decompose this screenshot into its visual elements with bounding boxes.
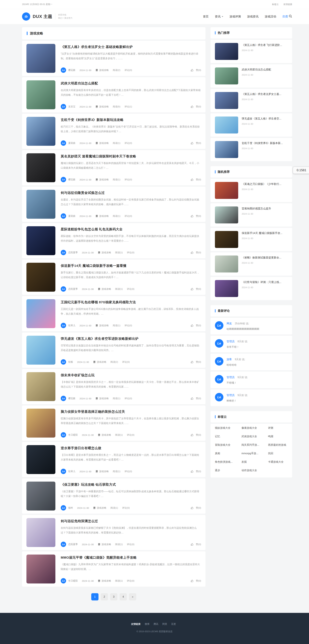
category-label[interactable]: 游戏攻略 bbox=[99, 214, 109, 218]
article-thumbnail[interactable] bbox=[27, 44, 55, 73]
article-title[interactable]: 玄机千变《剑侠世界3》新版本新玩法攻略 bbox=[61, 118, 201, 122]
author-avatar[interactable]: Le bbox=[61, 177, 66, 182]
page-button-»[interactable]: » bbox=[129, 593, 136, 600]
author-avatar[interactable]: Le bbox=[61, 505, 66, 510]
article-thumbnail[interactable] bbox=[27, 153, 55, 182]
like-button[interactable]: 赞(0) bbox=[191, 360, 201, 364]
sidebar-item-thumbnail[interactable] bbox=[215, 116, 238, 134]
nav-item-4[interactable]: 游戏活动 bbox=[265, 14, 276, 18]
like-button[interactable]: 赞(0) bbox=[191, 251, 201, 254]
article-thumbnail[interactable] bbox=[27, 226, 55, 255]
comment-author[interactable]: 管理员 bbox=[226, 394, 235, 397]
category-label[interactable]: 游戏攻略 bbox=[99, 470, 109, 473]
comment-avatar[interactable]: Le bbox=[215, 339, 223, 348]
category-link[interactable]: 游戏攻略 bbox=[96, 324, 109, 327]
category-link[interactable]: 游戏攻略 bbox=[93, 360, 106, 364]
article-title[interactable]: 弹无虚发《第五人格》求生者空军进阶攻略新鲜出炉 bbox=[61, 336, 201, 341]
topbar-link-0[interactable]: 标签云 bbox=[272, 3, 279, 6]
author-avatar[interactable]: Le bbox=[61, 213, 66, 219]
tag-item-12[interactable]: 角色扮演游戏... bbox=[215, 460, 240, 464]
category-link[interactable]: 游戏攻略 bbox=[98, 251, 111, 254]
author-avatar[interactable]: Le bbox=[61, 432, 66, 438]
category-link[interactable]: 游戏攻略 bbox=[96, 178, 109, 181]
tag-item-5[interactable]: 鸣潮 bbox=[268, 435, 288, 438]
sidebar-item-thumbnail[interactable] bbox=[215, 43, 238, 60]
category-link[interactable]: 游戏攻略 bbox=[98, 434, 111, 436]
category-label[interactable]: 游戏攻略 bbox=[102, 434, 111, 436]
sidebar-item-thumbnail[interactable] bbox=[215, 231, 238, 248]
author-name[interactable]: 恋雨夏季 bbox=[68, 288, 78, 290]
page-button-4[interactable]: 4 bbox=[120, 593, 127, 600]
tag-item-4[interactable]: 武侠游戏大全 bbox=[241, 435, 266, 438]
sidebar-item-title[interactable]: 武侠大明星功法怎么搭配 bbox=[242, 68, 271, 72]
category-link[interactable]: 游戏攻略 bbox=[96, 105, 109, 108]
category-label[interactable]: 游戏攻略 bbox=[99, 142, 109, 145]
category-label[interactable]: 游戏攻略 bbox=[97, 360, 106, 364]
author-name[interactable]: 软果儿 bbox=[68, 324, 75, 327]
category-label[interactable]: 游戏攻略 bbox=[102, 251, 111, 254]
tag-item-16[interactable]: 动作游戏大全 bbox=[241, 469, 266, 472]
article-title[interactable]: 假未来丰收矿场怎么玩 bbox=[61, 373, 201, 377]
article-thumbnail[interactable] bbox=[27, 518, 55, 547]
nav-item-1[interactable]: 资讯 bbox=[215, 14, 223, 18]
nav-item-3[interactable]: 游戏资讯 bbox=[247, 14, 258, 18]
category-label[interactable]: 游戏攻略 bbox=[99, 178, 109, 181]
author-name[interactable]: 樱花酱 bbox=[68, 69, 75, 72]
tag-item-2[interactable]: 评测 bbox=[268, 426, 288, 430]
like-button[interactable]: 赞(0) bbox=[191, 69, 201, 72]
article-title[interactable]: 王国纪元新手礼包在哪领 87G独家兑换码领取方法 bbox=[61, 300, 201, 304]
author-avatar[interactable]: Le bbox=[61, 323, 66, 328]
sidebar-item-title[interactable]: 保送新手14天 魔域口袋版新手攻... bbox=[242, 231, 282, 235]
sidebar-item-thumbnail[interactable] bbox=[215, 141, 238, 158]
category-link[interactable]: 游戏攻略 bbox=[96, 397, 109, 400]
tag-item-0[interactable]: 猫奴游戏大全 bbox=[215, 426, 240, 430]
author-name[interactable]: 恋雨夏季 bbox=[68, 543, 78, 546]
sidebar-item-title[interactable]: 《英魂之刃口袋版》《少年歌行... bbox=[242, 182, 281, 186]
author-name[interactable]: 夏萌娘 bbox=[68, 214, 75, 218]
author-avatar[interactable]: Le bbox=[61, 469, 66, 474]
comment-author[interactable]: 管理员 bbox=[226, 376, 235, 379]
author-name[interactable]: 软酱 bbox=[68, 360, 73, 364]
site-logo[interactable]: tb bbox=[22, 12, 30, 20]
like-button[interactable]: 赞(0) bbox=[191, 397, 201, 400]
category-link[interactable]: 游戏攻略 bbox=[98, 543, 111, 546]
tag-item-13[interactable]: 发掘 bbox=[241, 460, 266, 464]
site-name[interactable]: DUX 主题 bbox=[33, 14, 52, 19]
search-button[interactable] bbox=[289, 14, 292, 18]
tag-item-15[interactable]: 逐步 bbox=[215, 469, 240, 472]
comment-author[interactable]: 网友 bbox=[226, 322, 232, 325]
author-name[interactable]: 恋雨夏季 bbox=[68, 251, 78, 254]
article-title[interactable]: 逆水寒手游日出有曜怎么做 bbox=[61, 446, 201, 450]
sidebar-item-title[interactable]: 弹无虚发《第五人格》求生者空... bbox=[242, 116, 281, 121]
sidebar-item-title[interactable]: 《第五人格》求生者 飞行家进阶... bbox=[242, 43, 282, 47]
category-label[interactable]: 游戏攻略 bbox=[99, 105, 109, 108]
category-link[interactable]: 游戏攻略 bbox=[96, 470, 109, 473]
sidebar-item-thumbnail[interactable] bbox=[215, 206, 238, 224]
article-title[interactable]: MMO届无平替《魔域口袋版》觉醒异能者上手攻略 bbox=[61, 555, 201, 560]
article-title[interactable]: 武侠大明星功法怎么搭配 bbox=[61, 81, 201, 86]
article-title[interactable]: 剑与远征伯隆赏金试炼怎么过 bbox=[61, 190, 201, 195]
article-thumbnail[interactable] bbox=[27, 445, 55, 474]
like-button[interactable]: 赞(0) bbox=[191, 288, 201, 290]
sidebar-item-title[interactable]: 《第五人格》求生者法罗女士基... bbox=[242, 92, 281, 96]
category-link[interactable]: 游戏攻略 bbox=[96, 142, 109, 145]
category-label[interactable]: 游戏攻略 bbox=[99, 324, 109, 327]
author-name[interactable]: 樱花酱 bbox=[68, 397, 75, 400]
sidebar-item-title[interactable]: 《射雕》焕新测试服喜提更新全... bbox=[242, 256, 281, 260]
comment-author[interactable]: 游客 bbox=[226, 358, 232, 361]
footer-link-2[interactable]: 阿里 bbox=[162, 622, 167, 625]
tag-item-1[interactable]: 像素游戏大全 bbox=[241, 426, 266, 430]
comment-avatar[interactable]: Le bbox=[215, 357, 223, 366]
sidebar-item-thumbnail[interactable] bbox=[215, 280, 238, 297]
nav-item-5[interactable]: 归类 bbox=[282, 14, 288, 18]
category-label[interactable]: 游戏攻略 bbox=[102, 543, 111, 546]
author-name[interactable]: 冬日暖阳 bbox=[68, 434, 78, 436]
page-button-3[interactable]: 3 bbox=[110, 593, 117, 600]
like-button[interactable]: 赞(0) bbox=[191, 470, 201, 473]
category-label[interactable]: 游戏攻略 bbox=[99, 397, 109, 400]
tag-item-8[interactable]: 画质最好的游戏 bbox=[268, 443, 288, 447]
author-name[interactable]: 呆呆宝 bbox=[68, 105, 75, 108]
article-thumbnail[interactable] bbox=[27, 80, 55, 109]
page-button-1[interactable]: 1 bbox=[91, 593, 99, 600]
comment-avatar[interactable]: Le bbox=[215, 393, 223, 402]
